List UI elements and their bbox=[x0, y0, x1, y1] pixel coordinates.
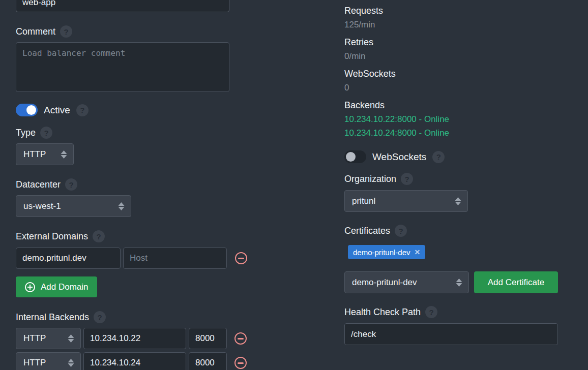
comment-textarea[interactable] bbox=[16, 42, 229, 92]
backend-protocol-value: HTTP bbox=[23, 358, 46, 368]
requests-value: 125/min bbox=[344, 18, 449, 32]
backend-row: HTTP bbox=[16, 328, 247, 349]
minus-bar bbox=[238, 362, 244, 364]
help-icon[interactable]: ? bbox=[94, 311, 106, 323]
websockets-toggle[interactable] bbox=[344, 150, 366, 163]
internal-backends-label: Internal Backends ? bbox=[16, 311, 106, 323]
datacenter-select[interactable]: us-west-1 bbox=[16, 195, 131, 217]
help-icon[interactable]: ? bbox=[60, 25, 72, 38]
load-balancer-settings-page: { "icons": { "help_glyph": "?", "close_g… bbox=[0, 0, 588, 370]
backend-row: HTTP bbox=[16, 352, 247, 370]
health-check-path-input[interactable] bbox=[344, 323, 558, 345]
organization-label-text: Organization bbox=[344, 174, 396, 184]
help-icon[interactable]: ? bbox=[93, 230, 105, 242]
toggle-knob bbox=[26, 105, 36, 115]
select-caret-icon bbox=[68, 359, 74, 367]
help-icon[interactable]: ? bbox=[40, 127, 52, 139]
backend-port-input[interactable] bbox=[189, 328, 227, 349]
backends-label: Backends bbox=[344, 99, 449, 112]
backend-protocol-select[interactable]: HTTP bbox=[16, 328, 81, 349]
health-check-path-label-text: Health Check Path bbox=[344, 307, 421, 318]
status-panel: Requests 125/min Retries 0/min WebSocket… bbox=[344, 4, 449, 144]
certificates-label: Certificates ? bbox=[344, 225, 407, 237]
add-domain-label: Add Domain bbox=[41, 282, 89, 292]
websockets-toggle-label: WebSockets bbox=[372, 151, 426, 163]
help-icon[interactable]: ? bbox=[425, 306, 437, 318]
remove-backend-icon[interactable] bbox=[234, 357, 247, 369]
external-domains-label: External Domains ? bbox=[16, 230, 105, 242]
help-icon[interactable]: ? bbox=[401, 173, 413, 185]
certificates-label-text: Certificates bbox=[344, 226, 390, 236]
certificate-chip-label: demo-pritunl-dev bbox=[353, 248, 410, 257]
name-input[interactable] bbox=[16, 0, 229, 12]
help-icon[interactable]: ? bbox=[395, 225, 407, 237]
backend-status-line: 10.234.10.22:8000 - Online bbox=[344, 112, 449, 126]
domain-input[interactable] bbox=[16, 248, 121, 269]
active-toggle-row: Active ? bbox=[16, 104, 89, 116]
type-select[interactable]: HTTP bbox=[16, 143, 74, 165]
certificate-add-row: demo-pritunl-dev Add Certificate bbox=[344, 271, 558, 293]
backend-port-input[interactable] bbox=[189, 352, 227, 370]
requests-label: Requests bbox=[344, 4, 449, 18]
select-caret-icon bbox=[455, 197, 461, 205]
retries-value: 0/min bbox=[344, 49, 449, 63]
organization-select-value: pritunl bbox=[352, 196, 375, 206]
chip-close-icon[interactable]: ✕ bbox=[415, 248, 421, 256]
add-certificate-label: Add Certificate bbox=[488, 278, 545, 288]
backends-stat: Backends 10.234.10.22:8000 - Online 10.2… bbox=[344, 99, 449, 140]
websockets-label: WebSockets bbox=[344, 67, 449, 81]
type-label-text: Type bbox=[16, 128, 36, 138]
active-label: Active bbox=[44, 105, 70, 116]
plus-circle-icon bbox=[24, 282, 36, 293]
backend-address-input[interactable] bbox=[83, 328, 186, 349]
add-domain-button[interactable]: Add Domain bbox=[16, 276, 97, 297]
select-caret-icon bbox=[68, 334, 74, 343]
requests-stat: Requests 125/min bbox=[344, 4, 449, 32]
certificate-select[interactable]: demo-pritunl-dev bbox=[344, 271, 469, 293]
backend-protocol-value: HTTP bbox=[23, 333, 46, 344]
comment-label-text: Comment bbox=[16, 26, 55, 37]
websockets-toggle-row: WebSockets ? bbox=[344, 150, 445, 163]
help-icon[interactable]: ? bbox=[65, 178, 77, 191]
select-caret-icon bbox=[118, 202, 125, 210]
organization-select[interactable]: pritunl bbox=[344, 190, 468, 212]
backend-status-line: 10.234.10.24:8000 - Online bbox=[344, 126, 449, 140]
retries-stat: Retries 0/min bbox=[344, 36, 449, 63]
toggle-knob bbox=[346, 152, 356, 162]
external-domains-label-text: External Domains bbox=[16, 231, 88, 242]
remove-backend-icon[interactable] bbox=[234, 332, 247, 345]
add-certificate-button[interactable]: Add Certificate bbox=[474, 271, 558, 293]
help-icon[interactable]: ? bbox=[432, 151, 445, 163]
active-toggle[interactable] bbox=[16, 104, 38, 116]
retries-label: Retries bbox=[344, 36, 449, 49]
help-icon[interactable]: ? bbox=[76, 104, 89, 116]
websockets-value: 0 bbox=[344, 81, 449, 95]
select-caret-icon bbox=[61, 150, 67, 159]
type-select-value: HTTP bbox=[23, 149, 46, 160]
remove-domain-icon[interactable] bbox=[235, 252, 247, 264]
certificate-chip[interactable]: demo-pritunl-dev ✕ bbox=[348, 245, 425, 259]
websockets-stat: WebSockets 0 bbox=[344, 67, 449, 95]
datacenter-label-text: Datacenter bbox=[16, 179, 61, 190]
datacenter-select-value: us-west-1 bbox=[23, 201, 61, 211]
minus-bar bbox=[238, 258, 244, 259]
backend-address-input[interactable] bbox=[83, 352, 186, 370]
organization-label: Organization ? bbox=[344, 173, 413, 185]
comment-label: Comment ? bbox=[16, 25, 72, 38]
backend-protocol-select[interactable]: HTTP bbox=[16, 352, 81, 370]
select-caret-icon bbox=[456, 279, 462, 287]
minus-bar bbox=[238, 338, 244, 340]
external-domain-row bbox=[16, 248, 247, 269]
host-input[interactable] bbox=[123, 248, 227, 269]
datacenter-label: Datacenter ? bbox=[16, 178, 77, 191]
health-check-path-label: Health Check Path ? bbox=[344, 306, 437, 318]
certificate-select-value: demo-pritunl-dev bbox=[352, 278, 417, 288]
internal-backends-label-text: Internal Backends bbox=[16, 312, 89, 323]
type-label: Type ? bbox=[16, 127, 52, 139]
